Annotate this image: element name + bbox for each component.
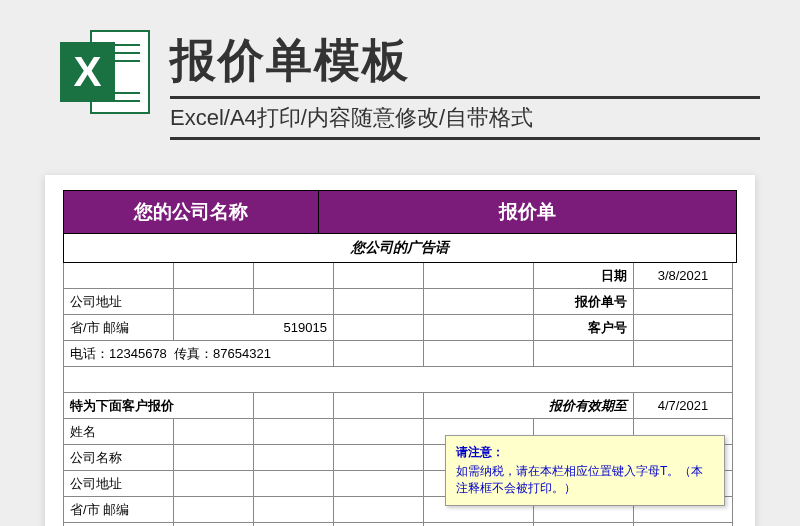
customer-section-label: 特为下面客户报价 xyxy=(63,393,253,419)
province-label: 省/市 邮编 xyxy=(63,315,173,341)
quote-header: 报价单 xyxy=(319,190,737,234)
postal-value: 519015 xyxy=(173,315,333,341)
province2-label: 省/市 邮编 xyxy=(63,497,173,523)
excel-icon: X xyxy=(60,30,150,120)
comment-body: 如需纳税，请在本栏相应位置键入字母T。（本注释框不会被打印。） xyxy=(456,463,714,497)
company-name-header: 您的公司名称 xyxy=(63,190,319,234)
name-label: 姓名 xyxy=(63,419,173,445)
page-title: 报价单模板 xyxy=(170,30,760,92)
date-label: 日期 xyxy=(533,263,633,289)
slogan-row: 您公司的广告语 xyxy=(63,234,737,263)
comment-title: 请注意： xyxy=(456,444,714,461)
phone-fax-row: 电话：12345678 传真：87654321 xyxy=(63,341,333,367)
excel-x-letter: X xyxy=(73,48,101,96)
address-label: 公司地址 xyxy=(63,289,173,315)
date-value: 3/8/2021 xyxy=(633,263,733,289)
quote-no-label: 报价单号 xyxy=(533,289,633,315)
valid-until-value: 4/7/2021 xyxy=(633,393,733,419)
valid-until-label: 报价有效期至 xyxy=(423,393,633,419)
page-subtitle: Excel/A4打印/内容随意修改/自带格式 xyxy=(170,96,760,140)
company-label: 公司名称 xyxy=(63,445,173,471)
company-addr-label: 公司地址 xyxy=(63,471,173,497)
customer-no-label: 客户号 xyxy=(533,315,633,341)
comment-box: 请注意： 如需纳税，请在本栏相应位置键入字母T。（本注释框不会被打印。） xyxy=(445,435,725,506)
